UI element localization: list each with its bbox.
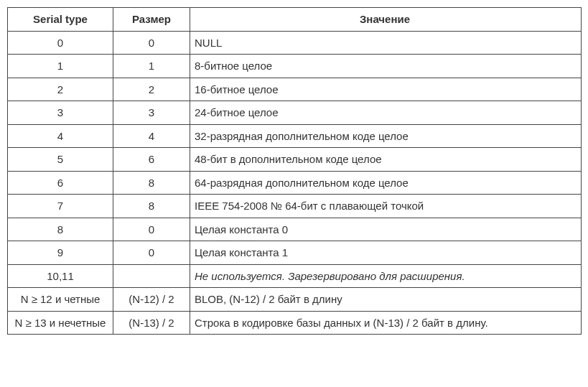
cell-size: 0	[113, 218, 190, 241]
cell-value: BLOB, (N-12) / 2 байт в длину	[190, 288, 582, 312]
table-row: 80Целая константа 0	[8, 218, 582, 241]
cell-serial: 3	[8, 101, 113, 125]
cell-size: 8	[113, 171, 190, 195]
cell-serial: N ≥ 12 и четные	[8, 288, 113, 312]
cell-size: 1	[113, 55, 190, 78]
cell-size: 0	[113, 31, 190, 55]
cell-size	[113, 264, 190, 288]
cell-serial: 0	[8, 31, 113, 55]
cell-value: Строка в кодировке базы данных и (N-13) …	[190, 311, 582, 335]
cell-value: 8-битное целое	[190, 55, 582, 78]
table-row: 3324-битное целое	[8, 101, 582, 125]
table-row: 2216-битное целое	[8, 78, 582, 101]
cell-size: 3	[113, 101, 190, 125]
table-row: 6864-разрядная дополнительном коде целое	[8, 171, 582, 195]
cell-size: 6	[113, 148, 190, 172]
cell-value: 32-разрядная дополнительном коде целое	[190, 124, 582, 148]
cell-value: 16-битное целое	[190, 78, 582, 101]
cell-size: 2	[113, 78, 190, 101]
table-row: 90Целая константа 1	[8, 241, 582, 265]
cell-serial: 7	[8, 195, 113, 218]
cell-serial: 5	[8, 148, 113, 172]
table-row: 78IEEE 754-2008 № 64-бит с плавающей точ…	[8, 195, 582, 218]
cell-size: (N-12) / 2	[113, 288, 190, 312]
table-row: N ≥ 13 и нечетные(N-13) / 2Строка в коди…	[8, 311, 582, 335]
serial-type-table: Serial type Размер Значение 00NULL118-би…	[7, 7, 582, 335]
cell-size: 8	[113, 195, 190, 218]
cell-value: 48-бит в дополнительном коде целое	[190, 148, 582, 172]
header-value: Значение	[190, 8, 582, 32]
cell-value: Целая константа 0	[190, 218, 582, 241]
cell-serial: 2	[8, 78, 113, 101]
cell-size: (N-13) / 2	[113, 311, 190, 335]
cell-value: IEEE 754-2008 № 64-бит с плавающей точко…	[190, 195, 582, 218]
cell-serial: 8	[8, 218, 113, 241]
cell-size: 0	[113, 241, 190, 265]
cell-value: Не используется. Зарезервировано для рас…	[190, 264, 582, 288]
cell-size: 4	[113, 124, 190, 148]
cell-serial: N ≥ 13 и нечетные	[8, 311, 113, 335]
cell-value: NULL	[190, 31, 582, 55]
cell-serial: 1	[8, 55, 113, 78]
cell-serial: 4	[8, 124, 113, 148]
cell-serial: 10,11	[8, 264, 113, 288]
header-serial: Serial type	[8, 8, 113, 32]
cell-value: 24-битное целое	[190, 101, 582, 125]
cell-value: 64-разрядная дополнительном коде целое	[190, 171, 582, 195]
cell-serial: 9	[8, 241, 113, 265]
table-row: 5648-бит в дополнительном коде целое	[8, 148, 582, 172]
table-row: N ≥ 12 и четные(N-12) / 2BLOB, (N-12) / …	[8, 288, 582, 312]
header-row: Serial type Размер Значение	[8, 8, 582, 32]
table-row: 118-битное целое	[8, 55, 582, 78]
cell-serial: 6	[8, 171, 113, 195]
cell-value: Целая константа 1	[190, 241, 582, 265]
table-row: 00NULL	[8, 31, 582, 55]
header-size: Размер	[113, 8, 190, 32]
table-row: 10,11Не используется. Зарезервировано дл…	[8, 264, 582, 288]
table-row: 4432-разрядная дополнительном коде целое	[8, 124, 582, 148]
